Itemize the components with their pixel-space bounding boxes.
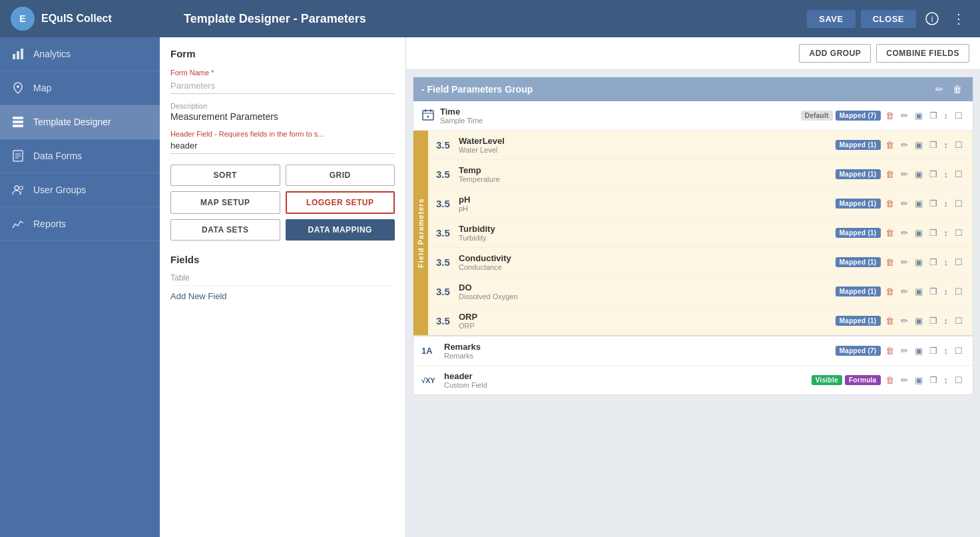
- sidebar-item-analytics[interactable]: Analytics: [0, 37, 160, 71]
- form-name-input[interactable]: [170, 78, 395, 94]
- description-value: Measurement Parameters: [170, 111, 395, 122]
- close-button[interactable]: CLOSE: [861, 10, 916, 28]
- logger-setup-button[interactable]: LOGGER SETUP: [286, 191, 395, 214]
- move-icon-header[interactable]: ↕: [942, 373, 951, 387]
- form-panel: Form Form Name * Description Measurement…: [160, 37, 406, 537]
- field-row-remarks: 1A Remarks Remarks Mapped (7) 🗑 ✏ ▣ ❐ ↕ …: [413, 335, 973, 366]
- edit-icon-ph[interactable]: ✏: [899, 197, 910, 211]
- add-group-button[interactable]: ADD GROUP: [799, 44, 871, 63]
- edit-icon-temp[interactable]: ✏: [899, 167, 910, 181]
- info-button[interactable]: i: [921, 8, 943, 29]
- edit-icon-orp[interactable]: ✏: [899, 314, 910, 328]
- move-icon-orp[interactable]: ↕: [942, 314, 951, 328]
- more-menu-button[interactable]: ⋮: [948, 8, 969, 29]
- move-icon-temp[interactable]: ↕: [942, 167, 951, 181]
- copy-icon-time[interactable]: ❐: [927, 109, 939, 123]
- tablet-icon-conductivity[interactable]: ▣: [913, 255, 925, 269]
- copy-icon-turbidity[interactable]: ❐: [927, 226, 939, 240]
- field-info-do: DO Dissolved Oxygen: [459, 282, 836, 300]
- field-name-header: header: [444, 371, 812, 381]
- field-name-temp: Temp: [459, 165, 836, 175]
- svg-text:i: i: [931, 15, 933, 24]
- move-icon-turbidity[interactable]: ↕: [942, 226, 951, 240]
- add-new-field-link[interactable]: Add New Field: [170, 291, 227, 301]
- edit-icon-header[interactable]: ✏: [899, 373, 910, 387]
- sidebar-item-user-groups[interactable]: User Groups: [0, 173, 160, 207]
- map-setup-button[interactable]: MAP SETUP: [170, 191, 280, 214]
- data-sets-button[interactable]: DATA SETS: [170, 219, 280, 241]
- move-icon-time[interactable]: ↕: [942, 109, 951, 123]
- move-icon-remarks[interactable]: ↕: [942, 344, 951, 358]
- group-edit-button[interactable]: ✏: [933, 83, 946, 96]
- edit-icon-waterlevel[interactable]: ✏: [899, 138, 910, 152]
- copy-icon-waterlevel[interactable]: ❐: [927, 138, 939, 152]
- group-header-actions: ✏ 🗑: [933, 83, 965, 96]
- form-name-label: Form Name *: [170, 69, 395, 77]
- copy-icon-conductivity[interactable]: ❐: [927, 255, 939, 269]
- tablet-icon-header[interactable]: ▣: [913, 373, 925, 387]
- move-icon-do[interactable]: ↕: [942, 284, 951, 298]
- edit-icon-time[interactable]: ✏: [899, 109, 910, 123]
- copy-icon-header[interactable]: ❐: [927, 373, 939, 387]
- header-value: header: [170, 141, 395, 154]
- copy-icon-ph[interactable]: ❐: [927, 197, 939, 211]
- sidebar-item-template-designer[interactable]: Template Designer: [0, 105, 160, 139]
- field-sub-do: Dissolved Oxygen: [459, 292, 836, 300]
- checkbox-icon-remarks[interactable]: ☐: [953, 344, 965, 358]
- group-delete-button[interactable]: 🗑: [950, 83, 965, 96]
- checkbox-icon-conductivity[interactable]: ☐: [953, 255, 965, 269]
- sidebar-item-map[interactable]: Map: [0, 71, 160, 105]
- checkbox-icon-waterlevel[interactable]: ☐: [953, 138, 965, 152]
- group-header-left: - Field Parameters Group: [421, 84, 533, 95]
- checkbox-icon-turbidity[interactable]: ☐: [953, 226, 965, 240]
- move-icon-conductivity[interactable]: ↕: [942, 255, 951, 269]
- tablet-icon-turbidity[interactable]: ▣: [913, 226, 925, 240]
- data-mapping-button[interactable]: DATA MAPPING: [286, 219, 395, 241]
- copy-icon-orp[interactable]: ❐: [927, 314, 939, 328]
- edit-icon-turbidity[interactable]: ✏: [899, 226, 910, 240]
- tablet-icon-temp[interactable]: ▣: [913, 167, 925, 181]
- save-button[interactable]: SAVE: [807, 10, 855, 28]
- sidebar-item-reports[interactable]: Reports: [0, 207, 160, 241]
- calendar-icon: [421, 108, 435, 124]
- delete-icon-time[interactable]: 🗑: [883, 109, 896, 123]
- svg-rect-9: [13, 121, 23, 123]
- checkbox-icon-temp[interactable]: ☐: [953, 167, 965, 181]
- delete-icon-orp[interactable]: 🗑: [883, 314, 896, 328]
- checkbox-icon-time[interactable]: ☐: [953, 109, 965, 123]
- delete-icon-conductivity[interactable]: 🗑: [883, 255, 896, 269]
- edit-icon-conductivity[interactable]: ✏: [899, 255, 910, 269]
- group-header: - Field Parameters Group ✏ 🗑: [413, 77, 973, 101]
- tablet-icon-ph[interactable]: ▣: [913, 197, 925, 211]
- edit-icon-remarks[interactable]: ✏: [899, 344, 910, 358]
- checkbox-icon-orp[interactable]: ☐: [953, 314, 965, 328]
- sidebar-item-data-forms[interactable]: Data Forms: [0, 139, 160, 173]
- move-icon-ph[interactable]: ↕: [942, 197, 951, 211]
- delete-icon-remarks[interactable]: 🗑: [883, 344, 896, 358]
- checkbox-icon-header[interactable]: ☐: [953, 373, 965, 387]
- tablet-icon-time[interactable]: ▣: [913, 109, 925, 123]
- sort-button[interactable]: SORT: [170, 165, 280, 186]
- combine-fields-button[interactable]: COMBINE FIELDS: [876, 44, 969, 63]
- delete-icon-waterlevel[interactable]: 🗑: [883, 138, 896, 152]
- field-number-conductivity: 3.5: [436, 257, 455, 268]
- field-number-temp: 3.5: [436, 169, 455, 180]
- copy-icon-do[interactable]: ❐: [927, 284, 939, 298]
- delete-icon-header[interactable]: 🗑: [883, 373, 896, 387]
- copy-icon-remarks[interactable]: ❐: [927, 344, 939, 358]
- svg-rect-17: [423, 111, 433, 120]
- tablet-icon-waterlevel[interactable]: ▣: [913, 138, 925, 152]
- tablet-icon-do[interactable]: ▣: [913, 284, 925, 298]
- delete-icon-turbidity[interactable]: 🗑: [883, 226, 896, 240]
- copy-icon-temp[interactable]: ❐: [927, 167, 939, 181]
- delete-icon-ph[interactable]: 🗑: [883, 197, 896, 211]
- delete-icon-temp[interactable]: 🗑: [883, 167, 896, 181]
- tablet-icon-orp[interactable]: ▣: [913, 314, 925, 328]
- tablet-icon-remarks[interactable]: ▣: [913, 344, 925, 358]
- checkbox-icon-ph[interactable]: ☐: [953, 197, 965, 211]
- move-icon-waterlevel[interactable]: ↕: [942, 138, 951, 152]
- delete-icon-do[interactable]: 🗑: [883, 284, 896, 298]
- grid-button[interactable]: GRID: [286, 165, 395, 186]
- edit-icon-do[interactable]: ✏: [899, 284, 910, 298]
- checkbox-icon-do[interactable]: ☐: [953, 284, 965, 298]
